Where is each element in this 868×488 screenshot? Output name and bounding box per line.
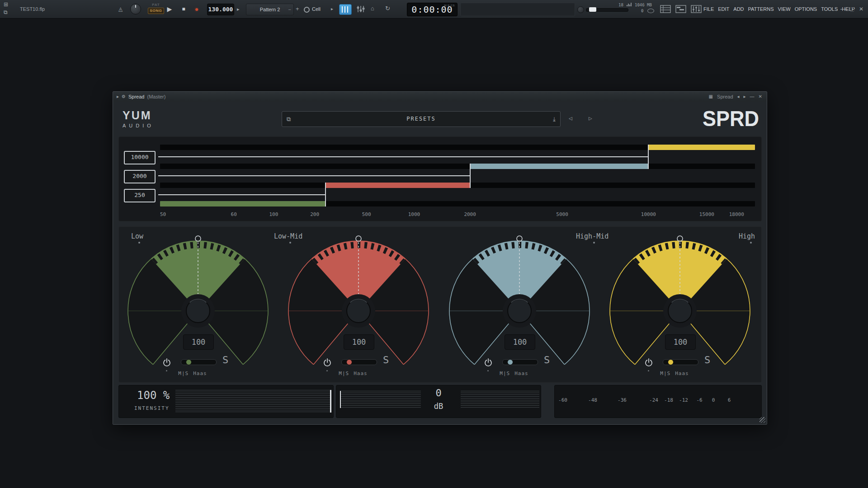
intensity-slider[interactable]: [175, 390, 331, 413]
gain-value[interactable]: 0: [424, 387, 453, 399]
band-segment-low-mid[interactable]: [326, 183, 470, 188]
band-mini-slider[interactable]: [663, 359, 698, 365]
menu-add[interactable]: ADD: [733, 6, 744, 12]
crossover-divider-mid[interactable]: [470, 164, 471, 188]
plugin-minimize-icon[interactable]: —: [750, 94, 755, 99]
power-icon[interactable]: [484, 358, 493, 367]
solo-button[interactable]: S: [383, 354, 389, 366]
record-button[interactable]: ●: [193, 0, 201, 18]
mini-slider-handle[interactable]: [668, 359, 674, 365]
haas-toggle[interactable]: Haas: [354, 371, 368, 376]
cell-selector[interactable]: Cell: [304, 4, 321, 14]
play-button[interactable]: ▶: [165, 0, 174, 18]
app-maximize-button[interactable]: ▢: [848, 0, 856, 18]
mini-slider-handle[interactable]: [186, 359, 192, 365]
power-icon[interactable]: [162, 358, 171, 367]
band-segment-high-mid[interactable]: [470, 164, 649, 169]
crossover-high-value[interactable]: 10000: [124, 151, 156, 164]
channel-rack-icon[interactable]: [660, 5, 671, 13]
haas-toggle[interactable]: Haas: [675, 371, 689, 376]
app-minimize-button[interactable]: —: [839, 0, 847, 18]
cell-chevron-icon[interactable]: ▸: [331, 7, 333, 11]
pattern-selector[interactable]: Pattern 2 −: [246, 4, 294, 15]
menu-file[interactable]: FILE: [703, 6, 714, 12]
band-segment-high[interactable]: [648, 145, 755, 150]
workspace-detach-icon[interactable]: ⧉: [4, 9, 8, 15]
preset-browser-icon[interactable]: ▦: [709, 94, 713, 99]
band-mini-slider[interactable]: [502, 359, 538, 365]
menu-edit[interactable]: EDIT: [718, 6, 729, 12]
menu-tools[interactable]: TOOLS: [821, 6, 838, 12]
collapse-icon[interactable]: ▸: [117, 94, 119, 99]
preset-forward-button[interactable]: ▷: [589, 114, 592, 123]
step-forward-icon[interactable]: ▸: [237, 7, 240, 12]
preset-next-icon[interactable]: ▸: [744, 94, 746, 99]
sampler-icon[interactable]: [356, 5, 365, 13]
gain-slider-left[interactable]: [340, 391, 421, 408]
tempo-display[interactable]: 130.000: [207, 4, 234, 15]
preset-back-button[interactable]: ◁: [569, 114, 572, 123]
crossover-divider-low[interactable]: [325, 183, 326, 206]
metronome-icon[interactable]: ◬: [118, 6, 123, 12]
band-module-high[interactable]: 100 S M|SHaas: [608, 233, 752, 385]
intensity-value[interactable]: 100 %: [137, 389, 170, 402]
gain-slider-handle[interactable]: [340, 391, 341, 408]
band-mini-slider[interactable]: [341, 359, 377, 365]
band-module-low[interactable]: 100 S M|SHaas: [126, 233, 270, 385]
cell-grid-toggle-button[interactable]: [339, 4, 352, 15]
resize-grip[interactable]: [760, 417, 765, 423]
typing-keyboard-icon[interactable]: ⌂: [371, 5, 374, 11]
mini-slider-handle[interactable]: [507, 359, 513, 365]
presets-bar[interactable]: ⧉ PRESETS ⤓: [282, 111, 561, 127]
solo-button[interactable]: S: [222, 354, 228, 366]
ms-toggle[interactable]: M|S: [178, 371, 189, 376]
haas-toggle[interactable]: Haas: [514, 371, 528, 376]
master-volume-knob[interactable]: [130, 4, 141, 14]
band-mini-slider[interactable]: [181, 359, 217, 365]
preset-prev-icon[interactable]: ◂: [737, 94, 740, 99]
pat-mode-label[interactable]: PAT: [147, 3, 165, 7]
crossover-low-value[interactable]: 250: [124, 189, 156, 202]
band-width-value[interactable]: 100: [344, 334, 374, 350]
save-preset-icon[interactable]: ⤓: [553, 112, 556, 127]
app-close-button[interactable]: ✕: [857, 0, 865, 18]
current-preset-name[interactable]: Spread: [717, 94, 733, 99]
master-pan-knob[interactable]: [577, 6, 584, 13]
ms-toggle[interactable]: M|S: [500, 371, 510, 376]
menu-options[interactable]: OPTIONS: [795, 6, 817, 12]
band-module-low-mid[interactable]: 100 S M|SHaas: [286, 233, 431, 385]
mini-slider-handle[interactable]: [346, 359, 352, 365]
gain-slider-right[interactable]: [461, 391, 539, 408]
mixer-icon[interactable]: [691, 5, 702, 13]
band-width-value[interactable]: 100: [183, 334, 214, 350]
pattern-plus-button[interactable]: +: [296, 6, 299, 12]
volume-slider-handle[interactable]: [589, 7, 596, 12]
crossover-divider-high[interactable]: [648, 145, 649, 169]
plugin-close-icon[interactable]: ✕: [759, 94, 762, 99]
workspace-layout-icon[interactable]: ⊞: [4, 2, 8, 7]
band-width-value[interactable]: 100: [665, 334, 696, 350]
solo-button[interactable]: S: [704, 354, 710, 366]
haas-toggle[interactable]: Haas: [193, 371, 207, 376]
song-mode-label[interactable]: SONG: [148, 8, 164, 14]
pat-song-switch[interactable]: PAT SONG: [147, 3, 165, 14]
time-display-panel[interactable]: M:S:CS 0:00:00: [407, 3, 458, 16]
ms-toggle[interactable]: M|S: [339, 371, 349, 376]
main-volume-slider[interactable]: [586, 8, 628, 12]
band-segment-low[interactable]: [160, 201, 326, 206]
power-icon[interactable]: [323, 358, 332, 367]
band-width-value[interactable]: 100: [505, 334, 535, 350]
sync-icon[interactable]: ↻: [385, 5, 390, 11]
crossover-mid-value[interactable]: 2000: [124, 170, 156, 183]
power-icon[interactable]: [644, 358, 653, 367]
playlist-icon[interactable]: [675, 5, 686, 13]
plugin-titlebar[interactable]: ▸ ⚙ Spread (Master) ▦ Spread ◂ ▸ — ✕: [113, 92, 767, 102]
ms-toggle[interactable]: M|S: [660, 371, 670, 376]
solo-button[interactable]: S: [544, 354, 550, 366]
pattern-minus-button[interactable]: −: [288, 4, 291, 15]
menu-patterns[interactable]: PATTERNS: [748, 6, 774, 12]
intensity-slider-handle[interactable]: [330, 390, 331, 413]
gear-icon[interactable]: ⚙: [122, 94, 126, 99]
menu-view[interactable]: VIEW: [778, 6, 791, 12]
band-module-high-mid[interactable]: 100 S M|SHaas: [447, 233, 592, 385]
